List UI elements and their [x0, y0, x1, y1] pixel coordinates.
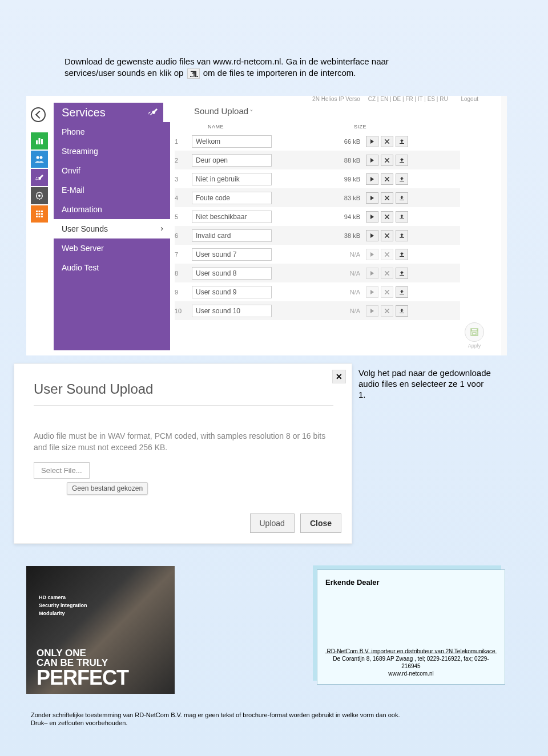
row-size: 38 kB: [329, 232, 360, 239]
sound-name-input[interactable]: [192, 154, 272, 167]
top-strip: 2N Helios IP Verso CZ | EN | DE | FR | I…: [155, 96, 501, 102]
svg-rect-8: [41, 211, 43, 212]
nav-icon-settings[interactable]: [31, 187, 48, 204]
play-button[interactable]: [366, 192, 378, 204]
delete-button[interactable]: [381, 211, 393, 223]
lang-links[interactable]: CZ | EN | DE | FR | IT | ES | RU: [368, 96, 448, 102]
sound-name-input[interactable]: [192, 248, 272, 261]
delete-button[interactable]: [381, 305, 393, 317]
upload-button[interactable]: Upload: [250, 514, 295, 533]
ad-line-3: Modularity: [39, 609, 87, 617]
sound-name-input[interactable]: [192, 135, 272, 148]
nav-icon-tools[interactable]: [31, 169, 48, 186]
row-actions: [366, 192, 408, 204]
row-number: 2: [175, 157, 192, 164]
svg-rect-11: [41, 213, 43, 215]
close-button[interactable]: Close: [300, 514, 341, 533]
apply-button[interactable]: [465, 322, 484, 342]
svg-rect-12: [36, 216, 38, 217]
sound-name-input[interactable]: [192, 286, 272, 298]
delete-button[interactable]: [381, 155, 393, 166]
delete-button[interactable]: [381, 136, 393, 147]
upload-dialog: ✕ User Sound Upload Audio file must be i…: [14, 363, 352, 544]
play-button[interactable]: [366, 136, 378, 147]
upload-button[interactable]: [396, 173, 408, 185]
sound-name-input[interactable]: [192, 267, 272, 280]
delete-button[interactable]: [381, 268, 393, 279]
dealer-title: Erkende Dealer: [325, 578, 380, 587]
table-row: 638 kB: [175, 226, 460, 245]
svg-rect-2: [41, 139, 43, 144]
upload-button[interactable]: [396, 305, 408, 317]
play-button[interactable]: [366, 249, 378, 260]
sound-name-input[interactable]: [192, 192, 272, 204]
play-button[interactable]: [366, 211, 378, 223]
upload-button[interactable]: [396, 155, 408, 166]
sound-name-input[interactable]: [192, 173, 272, 185]
sidebar: PhoneStreamingOnvifE-MailAutomationUser …: [54, 122, 170, 350]
svg-rect-1: [39, 138, 41, 144]
sidebar-item-phone[interactable]: Phone: [54, 122, 170, 142]
play-button[interactable]: [366, 230, 378, 241]
upload-button[interactable]: [396, 192, 408, 204]
sound-name-input[interactable]: [192, 211, 272, 223]
delete-button[interactable]: [381, 286, 393, 298]
sidebar-item-onvif[interactable]: Onvif: [54, 161, 170, 180]
delete-button[interactable]: [381, 230, 393, 241]
play-button[interactable]: [366, 268, 378, 279]
row-size: 99 kB: [329, 176, 360, 183]
svg-point-5: [38, 195, 41, 197]
nav-icon-stats[interactable]: [31, 132, 48, 149]
row-actions: [366, 136, 408, 147]
row-number: 4: [175, 195, 192, 201]
play-button[interactable]: [366, 173, 378, 185]
sidebar-item-automation[interactable]: Automation: [54, 200, 170, 219]
upload-button[interactable]: [396, 268, 408, 279]
svg-rect-14: [41, 216, 43, 217]
sound-name-input[interactable]: [192, 305, 272, 317]
instruction-line2-post: om de files te importeren in de intercom…: [203, 68, 356, 78]
row-size: N/A: [329, 251, 360, 258]
delete-button[interactable]: [381, 192, 393, 204]
play-button[interactable]: [366, 305, 378, 317]
content-area: Sound Upload NAME SIZE 166 kB288 kB399 k…: [175, 103, 460, 320]
nav-icon-grid[interactable]: [31, 205, 48, 223]
play-button[interactable]: [366, 155, 378, 166]
dialog-close-button[interactable]: ✕: [332, 370, 346, 383]
header-name: NAME: [208, 124, 322, 130]
sidebar-item-audio-test[interactable]: Audio Test: [54, 258, 170, 277]
logout-link[interactable]: Logout: [461, 96, 478, 102]
nav-icon-users[interactable]: [31, 151, 48, 168]
header-size: SIZE: [322, 124, 366, 130]
dialog-title: User Sound Upload: [34, 381, 153, 397]
sidebar-item-e-mail[interactable]: E-Mail: [54, 180, 170, 200]
row-number: 1: [175, 138, 192, 145]
upload-button[interactable]: [396, 286, 408, 298]
upload-button[interactable]: [396, 211, 408, 223]
instruction-line1: Download de gewenste audio files van www…: [65, 56, 389, 66]
services-header: Services: [54, 103, 163, 122]
upload-button[interactable]: [396, 230, 408, 241]
instruction-line2-pre: services/user sounds en klik op: [65, 68, 183, 78]
back-button[interactable]: [31, 107, 46, 122]
row-size: 66 kB: [329, 138, 360, 145]
sidebar-item-streaming[interactable]: Streaming: [54, 142, 170, 161]
delete-button[interactable]: [381, 249, 393, 260]
sidebar-item-web-server[interactable]: Web Server: [54, 238, 170, 258]
ad-image: HD camera Security integration Modularit…: [26, 566, 175, 694]
play-button[interactable]: [366, 286, 378, 298]
ad-headline: ONLY ONE CAN BE TRULY PERFECT: [37, 648, 128, 688]
row-size: 88 kB: [329, 157, 360, 164]
sound-name-input[interactable]: [192, 229, 272, 242]
svg-rect-13: [39, 216, 41, 217]
dealer-contact-l2: De Corantijn 8, 1689 AP Zwaag , tel; 022…: [325, 655, 497, 670]
delete-button[interactable]: [381, 173, 393, 185]
instruction-text: Download de gewenste audio files van www…: [65, 56, 458, 79]
row-number: 3: [175, 176, 192, 183]
select-file-button[interactable]: Select File...: [34, 462, 90, 479]
upload-button[interactable]: [396, 249, 408, 260]
upload-button[interactable]: [396, 136, 408, 147]
content-title[interactable]: Sound Upload: [175, 103, 460, 119]
sidebar-item-user-sounds[interactable]: User Sounds: [54, 219, 170, 238]
row-actions: [366, 286, 408, 298]
